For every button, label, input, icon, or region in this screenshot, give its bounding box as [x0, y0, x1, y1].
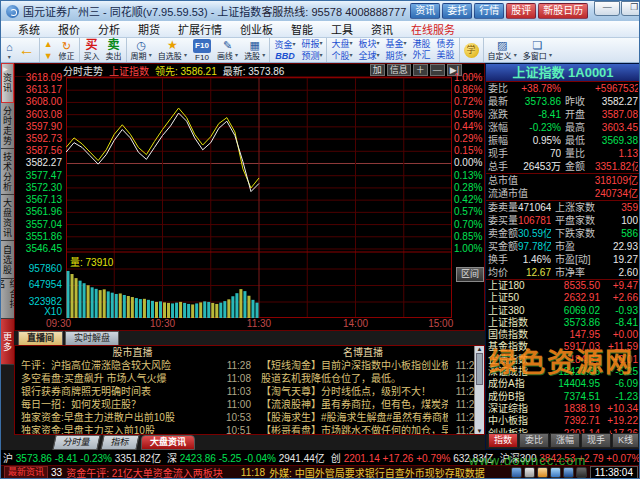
quote-panel-tab[interactable]: K线 — [612, 433, 639, 448]
scrollbar-thumb[interactable] — [476, 353, 483, 385]
toolbar-menu-美股[interactable]: 美股 — [437, 50, 455, 61]
toolbar-bond-us-button[interactable]: 债券美股 — [434, 38, 460, 62]
index-list-row[interactable]: 国债指数 147.95 +0.00 — [486, 329, 640, 341]
index-bar-item[interactable]: 沪 3573.86 -8.41 -0.23% 3351.82亿 — [3, 450, 161, 465]
phone-icon[interactable] — [576, 467, 587, 478]
toolbar-home-button[interactable]: ⌂▾ — [3, 38, 16, 62]
quote-panel-tab[interactable]: 现手 — [581, 433, 611, 448]
left-tab[interactable]: 自选股 — [1, 241, 14, 279]
menu-item[interactable]: 创业板 — [231, 21, 282, 37]
toolbar-hk-forex-button[interactable]: 港股外汇 — [410, 38, 434, 62]
index-list-row[interactable]: 上证180 8535.50 +9.47 — [486, 280, 640, 292]
news-item[interactable]: 独家资金:早盘主力进散户出前10股 10:53 — [15, 411, 255, 424]
toolbar-menu-预测[interactable]: 预测▾ — [301, 50, 322, 62]
toolbar-fund-futures-button[interactable]: 基金▾期货▾ — [383, 38, 410, 62]
news-item[interactable]: 【流浪股神】虽有券商拉，但有色，煤炭杀... 11:25 — [255, 398, 484, 411]
titlebar-quick-button[interactable]: 股评 — [506, 3, 536, 19]
news-item[interactable]: 【股海求生】#股海求生解盘#虽然有券商板... 11:24 — [255, 411, 484, 424]
status-message-2[interactable]: 外媒: 中国外管局要求银行自查外币现钞存取数据 — [269, 465, 485, 478]
menu-item[interactable]: 智能 — [282, 21, 322, 37]
news-item[interactable]: 股道玄机我降低仓位了，最低。 11:26 — [255, 372, 484, 385]
news-item[interactable]: 独家资金:早盘主力买入前10股 10:51 — [15, 424, 255, 435]
chart-header-button[interactable]: ＋ — [413, 64, 428, 76]
toolbar-menu-外汇[interactable]: 外汇 — [413, 50, 431, 61]
toolbar-menu-债券[interactable]: 债券 — [437, 39, 455, 50]
index-list-row[interactable]: 深证成指 12423.86 -5.25 — [486, 366, 640, 378]
toolbar-menu-港股[interactable]: 港股 — [413, 39, 431, 50]
toolbar-funds-bbd-button[interactable]: 资金▾BBD — [271, 38, 298, 62]
quote-panel-tab[interactable]: 指数 — [488, 433, 518, 448]
toolbar-menu-基金[interactable]: 基金▾ — [386, 38, 407, 50]
index-list-row[interactable]: 基金指数 5917.03 +11.59 — [486, 341, 640, 353]
index-list-row[interactable]: 上证380 6069.02 -0.93 — [486, 305, 640, 317]
toolbar-draw-button[interactable]: ✎画线 ▾ — [214, 38, 241, 62]
message-icon[interactable] — [550, 467, 561, 478]
news-tab[interactable]: 直播间 — [18, 331, 63, 345]
index-list-row[interactable]: 深证综指 1838.19 +10.34 — [486, 403, 640, 415]
toolbar-market-stock-button[interactable]: 大盘▾个股▾ — [328, 38, 355, 62]
chat-icon[interactable] — [511, 467, 522, 478]
news-bottom-tab[interactable]: 大盘资讯 — [141, 435, 195, 450]
toolbar-menu-全球[interactable]: 全球▾ — [358, 50, 379, 62]
news-item[interactable]: 【短线淘金】目前沪深指数中小板指创业板... 11:26 — [255, 359, 484, 372]
menu-item[interactable]: 工具 — [322, 21, 362, 37]
news-item[interactable]: 多空看盘:买盘飙升 市场人气火爆 11:08 — [15, 372, 255, 385]
toolbar-stock-picker-button[interactable]: ▦选股 ▾ — [241, 38, 270, 62]
toolbar-multi-window-button[interactable]: ❏多窗口 ▾ — [520, 38, 555, 62]
left-tab[interactable]: 大盘资讯 — [1, 195, 14, 241]
toolbar-menu-BBD[interactable]: BBD — [275, 51, 295, 62]
sidebar-expander-icon[interactable]: ▶ — [3, 65, 8, 72]
toolbar-watchlist-button[interactable]: ★自选股 ▾ — [155, 38, 190, 62]
menu-item[interactable]: 分析 — [89, 21, 129, 37]
titlebar-quick-button[interactable]: 行情 — [474, 3, 504, 19]
left-tab[interactable]: 综合排名 — [1, 279, 14, 319]
titlebar-quick-button[interactable]: 委托 — [442, 3, 472, 19]
quote-panel-tab[interactable]: 涨幅 — [550, 433, 580, 448]
news-bottom-tab[interactable]: 分时量 — [52, 435, 100, 450]
index-list-row[interactable]: 成份B指 7374.51 -1.23 — [486, 391, 640, 403]
toolbar-menu-研报[interactable]: 研报▾ — [301, 38, 322, 50]
toolbar-refresh-button[interactable]: ↻修正 — [56, 38, 80, 62]
toolbar-sector-global-button[interactable]: 板块▾全球▾ — [355, 38, 382, 62]
toolbar-report-forecast-button[interactable]: 研报▾预测▾ — [298, 38, 327, 62]
index-list-row[interactable]: 成份A指 14404.95 -6.09 — [486, 378, 640, 390]
left-tab[interactable]: 更多 — [1, 319, 14, 365]
news-item[interactable]: 【淘气天尊】分时线低点，级别不大！ 11:25 — [255, 385, 484, 398]
toolbar-custom-layout-button[interactable]: ▨自定义 ▾ — [485, 38, 520, 62]
index-bar-item[interactable]: 深 2423.86 -5.25 -0.04% 2941.44亿 — [167, 450, 325, 465]
left-tab[interactable]: 分时走势 — [1, 103, 14, 149]
news-scrollbar[interactable]: ▲▼ — [474, 346, 484, 434]
toolbar-menu-大盘[interactable]: 大盘▾ — [331, 38, 352, 50]
menu-item[interactable]: 资讯 — [362, 21, 402, 37]
toolbar-menu-资金[interactable]: 资金▾ — [274, 39, 295, 51]
menu-item[interactable]: 扩展行情 — [169, 21, 231, 37]
toolbar-f10-button[interactable]: F10F10 — [190, 38, 214, 62]
toolbar-sell-button[interactable]: 卖卖出 — [103, 38, 127, 62]
titlebar-quick-button[interactable]: 资讯 — [410, 3, 440, 19]
toolbar-period-button[interactable]: ◷周期 ▾ — [128, 38, 155, 62]
news-tab[interactable]: 实时解盘 — [65, 331, 119, 345]
bell-icon[interactable] — [524, 467, 535, 478]
news-item[interactable]: 银行获券商牌照无明确时间表 11:03 — [15, 385, 255, 398]
toolbar-menu-期货[interactable]: 期货▾ — [386, 50, 407, 62]
chart-header-button[interactable]: 信息 — [387, 64, 411, 76]
titlebar-quick-button[interactable]: 新股日历 — [538, 3, 588, 19]
left-tab[interactable]: 技术分析 — [1, 149, 14, 195]
chart-header-button[interactable]: 加 — [370, 64, 385, 76]
toolbar-menu-板块[interactable]: 板块▾ — [358, 38, 379, 50]
news-item[interactable]: 【彬哥看盘】市场跳水不做任何的加仓，早... 11:23 — [255, 424, 484, 435]
interval-button[interactable]: 区间 — [456, 267, 484, 282]
index-list-row[interactable]: 企债指数 184.37 +0.01 — [486, 354, 640, 366]
toolbar-buy-button[interactable]: 买买入 — [81, 38, 103, 62]
maximize-button[interactable]: ❐ — [621, 1, 640, 16]
index-list-row[interactable]: 上证50 2632.91 +2.66 — [486, 292, 640, 304]
index-list-row[interactable]: 上证指数 3573.86 -8.41 — [486, 317, 640, 329]
news-item[interactable]: 午评：沪指高位滞涨隐含较大风险 11:28 — [15, 359, 255, 372]
menu-item[interactable]: 期货 — [129, 21, 169, 37]
menu-item[interactable]: 在线服务 — [402, 21, 464, 37]
menu-item[interactable]: 系统 — [9, 21, 49, 37]
toolbar-back-button[interactable]: ← — [16, 38, 40, 62]
news-item[interactable]: 每日一招：如何发现庄股？ 11:00 — [15, 398, 255, 411]
menu-item[interactable]: 报价 — [49, 21, 89, 37]
index-bar-item[interactable]: 沪深300 3842.53 +2.79 +0.07% — [500, 450, 640, 465]
